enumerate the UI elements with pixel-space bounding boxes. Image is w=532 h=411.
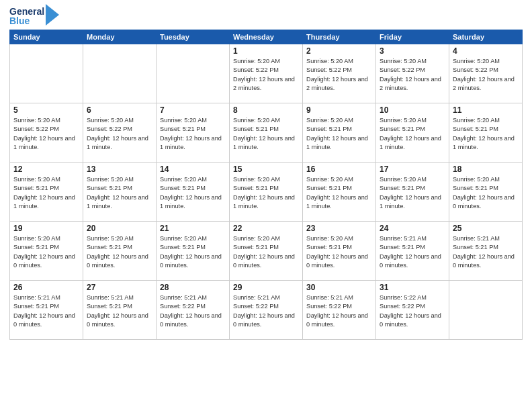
calendar-cell: 5Sunrise: 5:20 AM Sunset: 5:22 PM Daylig… <box>10 103 83 163</box>
calendar-header-wednesday: Wednesday <box>230 30 303 44</box>
calendar-cell: 3Sunrise: 5:20 AM Sunset: 5:22 PM Daylig… <box>376 44 449 103</box>
day-number: 12 <box>13 165 79 174</box>
day-info: Sunrise: 5:20 AM Sunset: 5:22 PM Dayligh… <box>233 57 299 93</box>
calendar-cell: 22Sunrise: 5:20 AM Sunset: 5:21 PM Dayli… <box>230 222 303 281</box>
calendar-cell: 10Sunrise: 5:20 AM Sunset: 5:21 PM Dayli… <box>376 103 449 163</box>
calendar-week-row: 19Sunrise: 5:20 AM Sunset: 5:21 PM Dayli… <box>10 222 523 281</box>
day-info: Sunrise: 5:21 AM Sunset: 5:21 PM Dayligh… <box>87 293 152 329</box>
day-number: 8 <box>233 105 299 115</box>
day-number: 3 <box>380 46 445 56</box>
day-info: Sunrise: 5:21 AM Sunset: 5:22 PM Dayligh… <box>306 293 372 329</box>
day-info: Sunrise: 5:20 AM Sunset: 5:21 PM Dayligh… <box>453 175 519 211</box>
day-info: Sunrise: 5:20 AM Sunset: 5:21 PM Dayligh… <box>233 175 299 211</box>
calendar-cell: 4Sunrise: 5:20 AM Sunset: 5:22 PM Daylig… <box>449 44 523 103</box>
day-number: 11 <box>453 105 519 115</box>
calendar-header-sunday: Sunday <box>10 30 83 44</box>
day-info: Sunrise: 5:20 AM Sunset: 5:22 PM Dayligh… <box>306 57 372 93</box>
calendar-cell: 11Sunrise: 5:20 AM Sunset: 5:21 PM Dayli… <box>449 103 523 163</box>
day-info: Sunrise: 5:20 AM Sunset: 5:21 PM Dayligh… <box>306 234 372 270</box>
svg-marker-0 <box>46 4 59 26</box>
calendar-cell: 26Sunrise: 5:21 AM Sunset: 5:21 PM Dayli… <box>10 281 83 340</box>
day-number: 10 <box>380 105 445 115</box>
calendar-cell: 25Sunrise: 5:21 AM Sunset: 5:21 PM Dayli… <box>449 222 523 281</box>
calendar-cell: 16Sunrise: 5:20 AM Sunset: 5:21 PM Dayli… <box>303 163 376 222</box>
day-info: Sunrise: 5:20 AM Sunset: 5:22 PM Dayligh… <box>13 116 79 152</box>
day-number: 9 <box>306 105 372 115</box>
calendar-cell: 23Sunrise: 5:20 AM Sunset: 5:21 PM Dayli… <box>303 222 376 281</box>
logo-blue-text: Blue <box>9 16 44 26</box>
day-info: Sunrise: 5:21 AM Sunset: 5:21 PM Dayligh… <box>13 293 79 329</box>
day-number: 2 <box>306 46 372 56</box>
calendar-header-saturday: Saturday <box>449 30 523 44</box>
calendar-cell <box>157 44 230 103</box>
logo-general-text: General <box>9 7 44 16</box>
day-info: Sunrise: 5:20 AM Sunset: 5:21 PM Dayligh… <box>233 234 299 270</box>
day-info: Sunrise: 5:21 AM Sunset: 5:22 PM Dayligh… <box>160 293 226 329</box>
calendar-cell: 17Sunrise: 5:20 AM Sunset: 5:21 PM Dayli… <box>376 163 449 222</box>
logo-display: General Blue <box>9 7 59 26</box>
day-number: 17 <box>380 165 445 174</box>
day-number: 5 <box>13 105 79 115</box>
day-info: Sunrise: 5:20 AM Sunset: 5:22 PM Dayligh… <box>453 57 519 93</box>
calendar-cell: 21Sunrise: 5:20 AM Sunset: 5:21 PM Dayli… <box>157 222 230 281</box>
day-number: 6 <box>87 105 152 115</box>
calendar-cell: 31Sunrise: 5:22 AM Sunset: 5:22 PM Dayli… <box>376 281 449 340</box>
day-number: 28 <box>160 283 226 292</box>
day-info: Sunrise: 5:20 AM Sunset: 5:21 PM Dayligh… <box>306 175 372 211</box>
day-info: Sunrise: 5:20 AM Sunset: 5:21 PM Dayligh… <box>87 234 152 270</box>
day-info: Sunrise: 5:20 AM Sunset: 5:21 PM Dayligh… <box>160 116 226 152</box>
day-number: 13 <box>87 165 152 174</box>
calendar-cell <box>83 44 157 103</box>
day-number: 25 <box>453 224 519 233</box>
calendar-header-thursday: Thursday <box>303 30 376 44</box>
day-number: 27 <box>87 283 152 292</box>
day-number: 21 <box>160 224 226 233</box>
day-info: Sunrise: 5:20 AM Sunset: 5:21 PM Dayligh… <box>87 175 152 211</box>
calendar-table: SundayMondayTuesdayWednesdayThursdayFrid… <box>9 30 523 340</box>
day-number: 14 <box>160 165 226 174</box>
day-number: 18 <box>453 165 519 174</box>
page: General Blue SundayMondayTuesdayWednesda… <box>0 0 532 411</box>
day-info: Sunrise: 5:21 AM Sunset: 5:22 PM Dayligh… <box>233 293 299 329</box>
calendar-cell: 28Sunrise: 5:21 AM Sunset: 5:22 PM Dayli… <box>157 281 230 340</box>
calendar-week-row: 26Sunrise: 5:21 AM Sunset: 5:21 PM Dayli… <box>10 281 523 340</box>
calendar-cell: 27Sunrise: 5:21 AM Sunset: 5:21 PM Dayli… <box>83 281 157 340</box>
calendar-cell: 9Sunrise: 5:20 AM Sunset: 5:21 PM Daylig… <box>303 103 376 163</box>
day-info: Sunrise: 5:20 AM Sunset: 5:21 PM Dayligh… <box>380 175 445 211</box>
day-number: 30 <box>306 283 372 292</box>
day-info: Sunrise: 5:21 AM Sunset: 5:21 PM Dayligh… <box>380 234 445 270</box>
calendar-cell: 8Sunrise: 5:20 AM Sunset: 5:21 PM Daylig… <box>230 103 303 163</box>
day-info: Sunrise: 5:20 AM Sunset: 5:21 PM Dayligh… <box>160 234 226 270</box>
day-number: 4 <box>453 46 519 56</box>
day-number: 16 <box>306 165 372 174</box>
day-info: Sunrise: 5:20 AM Sunset: 5:21 PM Dayligh… <box>380 116 445 152</box>
day-number: 22 <box>233 224 299 233</box>
calendar-header-friday: Friday <box>376 30 449 44</box>
day-number: 15 <box>233 165 299 174</box>
day-info: Sunrise: 5:21 AM Sunset: 5:21 PM Dayligh… <box>453 234 519 270</box>
calendar-cell: 2Sunrise: 5:20 AM Sunset: 5:22 PM Daylig… <box>303 44 376 103</box>
logo: General Blue <box>9 7 59 26</box>
calendar-cell: 30Sunrise: 5:21 AM Sunset: 5:22 PM Dayli… <box>303 281 376 340</box>
calendar-cell: 13Sunrise: 5:20 AM Sunset: 5:21 PM Dayli… <box>83 163 157 222</box>
calendar-cell: 1Sunrise: 5:20 AM Sunset: 5:22 PM Daylig… <box>230 44 303 103</box>
day-info: Sunrise: 5:20 AM Sunset: 5:21 PM Dayligh… <box>453 116 519 152</box>
day-number: 24 <box>380 224 445 233</box>
day-number: 1 <box>233 46 299 56</box>
day-number: 29 <box>233 283 299 292</box>
calendar-cell: 20Sunrise: 5:20 AM Sunset: 5:21 PM Dayli… <box>83 222 157 281</box>
calendar-cell: 29Sunrise: 5:21 AM Sunset: 5:22 PM Dayli… <box>230 281 303 340</box>
day-info: Sunrise: 5:20 AM Sunset: 5:22 PM Dayligh… <box>87 116 152 152</box>
header: General Blue <box>9 7 523 26</box>
calendar-week-row: 12Sunrise: 5:20 AM Sunset: 5:21 PM Dayli… <box>10 163 523 222</box>
calendar-week-row: 5Sunrise: 5:20 AM Sunset: 5:22 PM Daylig… <box>10 103 523 163</box>
day-number: 19 <box>13 224 79 233</box>
calendar-cell: 7Sunrise: 5:20 AM Sunset: 5:21 PM Daylig… <box>157 103 230 163</box>
day-number: 23 <box>306 224 372 233</box>
day-info: Sunrise: 5:20 AM Sunset: 5:21 PM Dayligh… <box>233 116 299 152</box>
day-number: 7 <box>160 105 226 115</box>
day-number: 26 <box>13 283 79 292</box>
calendar-header-row: SundayMondayTuesdayWednesdayThursdayFrid… <box>10 30 523 44</box>
calendar-cell: 18Sunrise: 5:20 AM Sunset: 5:21 PM Dayli… <box>449 163 523 222</box>
day-info: Sunrise: 5:20 AM Sunset: 5:21 PM Dayligh… <box>306 116 372 152</box>
